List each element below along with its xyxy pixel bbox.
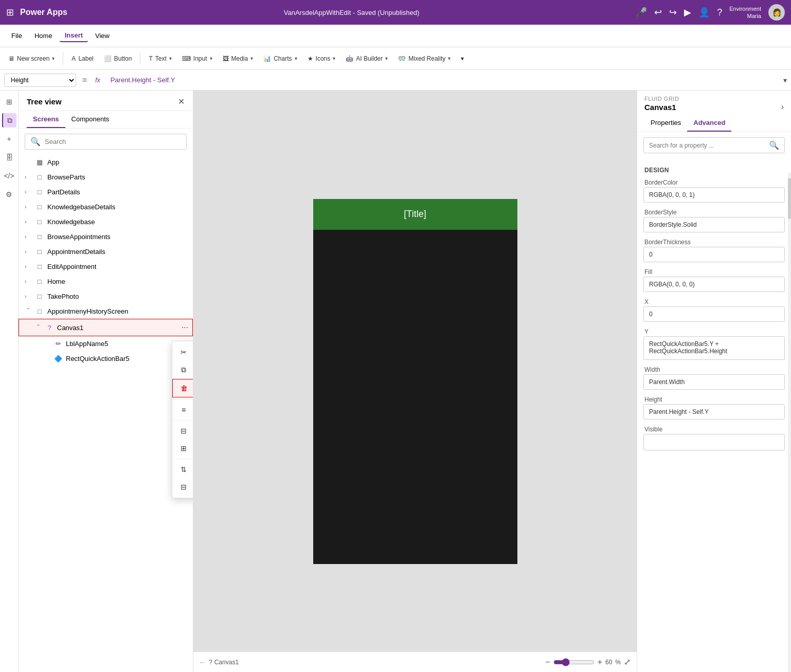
user-avatar[interactable]: 👩: [768, 4, 785, 21]
tree-item-history-screen[interactable]: › □ AppointmenyHistoryScreen: [19, 304, 193, 319]
toolbar-input[interactable]: ⌨ Input ▾: [178, 53, 217, 64]
tree-item-lbl-app-name[interactable]: ✏ LblAppName5: [19, 336, 193, 351]
context-menu-delete[interactable]: 🗑 Delete: [172, 379, 193, 397]
tree-item-kb[interactable]: › □ Knowledgebase: [19, 214, 193, 229]
tree-search-box[interactable]: 🔍: [25, 134, 187, 150]
menu-file[interactable]: File: [6, 30, 27, 42]
tree-search-input[interactable]: [45, 138, 181, 146]
formula-input[interactable]: [106, 74, 779, 86]
text-chevron: ▾: [169, 56, 172, 61]
toolbar-mixed-reality[interactable]: 🥽 Mixed Reality ▾: [394, 53, 455, 64]
menu-insert[interactable]: Insert: [60, 29, 88, 42]
browse-appointments-label: BrowseAppointments: [47, 233, 189, 241]
redo-icon[interactable]: ↪: [669, 7, 677, 18]
tab-screens[interactable]: Screens: [27, 111, 65, 128]
zoom-minus-button[interactable]: −: [545, 658, 550, 667]
history-icon: □: [35, 307, 44, 315]
context-menu-copy[interactable]: ⧉ Copy: [172, 361, 193, 379]
left-icon-settings[interactable]: ⚙: [2, 187, 16, 202]
new-screen-label: New screen: [17, 55, 49, 62]
tab-components[interactable]: Components: [65, 111, 116, 128]
formula-expand-icon[interactable]: ▾: [783, 76, 787, 84]
menu-home[interactable]: Home: [29, 30, 58, 42]
fill-value[interactable]: RGBA(0, 0, 0, 0): [643, 277, 785, 292]
left-icon-code[interactable]: </>: [2, 169, 16, 183]
tree-item-canvas1[interactable]: › ? Canvas1 ···: [19, 319, 193, 336]
toolbar-label[interactable]: A Label: [67, 53, 97, 64]
browse-appointments-icon: □: [35, 233, 44, 241]
tree-item-appt-details[interactable]: › □ AppointmentDetails: [19, 244, 193, 259]
toolbar-icons[interactable]: ★ Icons ▾: [303, 53, 340, 64]
left-icon-grid[interactable]: ⊞: [2, 95, 16, 109]
tree-item-kb-details[interactable]: › □ KnowledgebaseDetails: [19, 199, 193, 214]
browse-parts-chevron: ›: [25, 174, 32, 180]
border-color-value[interactable]: RGBA(0, 0, 0, 1): [643, 187, 785, 203]
appt-details-icon: □: [35, 248, 44, 256]
toolbar-media[interactable]: 🖼 Media ▾: [219, 53, 258, 64]
context-menu-cut[interactable]: ✂ Cut: [172, 343, 193, 361]
left-icon-layers[interactable]: ⧉: [2, 113, 16, 128]
toolbar-button[interactable]: ⬜ Button: [100, 53, 136, 64]
canvas1-dots-button[interactable]: ···: [182, 323, 188, 332]
right-scrollbar-thumb[interactable]: [788, 178, 791, 219]
right-search-input[interactable]: [649, 142, 765, 149]
canvas-help-icon: ?: [209, 659, 212, 666]
title-bar: ⊞ Power Apps VanArsdelAppWithEdit - Save…: [0, 0, 791, 25]
user-icon[interactable]: 👤: [698, 7, 710, 18]
tree-item-part-details[interactable]: › □ PartDetails: [19, 185, 193, 199]
tree-item-edit-appointment[interactable]: › □ EditAppointment: [19, 259, 193, 274]
fullscreen-button[interactable]: ⤢: [624, 657, 631, 667]
border-thickness-value[interactable]: 0: [643, 247, 785, 262]
left-icon-database[interactable]: 🗄: [2, 150, 16, 165]
take-photo-icon: □: [35, 293, 44, 300]
tree-close-button[interactable]: ✕: [178, 97, 185, 106]
tree-item-browse-appointments[interactable]: › □ BrowseAppointments: [19, 229, 193, 244]
zoom-plus-button[interactable]: +: [598, 658, 602, 667]
right-search-box[interactable]: 🔍: [643, 137, 785, 153]
context-menu-collapse-all[interactable]: ⊟ Collapse all: [172, 422, 193, 440]
tree-item-browse-parts[interactable]: › □ BrowseParts: [19, 170, 193, 185]
width-label: Width: [637, 364, 791, 374]
context-menu-reorder[interactable]: ⇅ Reorder ›: [172, 461, 193, 478]
tree-item-home[interactable]: › □ Home: [19, 274, 193, 289]
toolbar-more[interactable]: ▾: [457, 53, 468, 64]
context-menu-expand-all[interactable]: ⊞ Expand all: [172, 440, 193, 457]
tab-advanced[interactable]: Advanced: [687, 115, 731, 132]
toolbar-new-screen[interactable]: 🖥 New screen ▾: [4, 53, 59, 64]
icons-chevron: ▾: [333, 56, 335, 61]
context-menu-align[interactable]: ⊟ Align ›: [172, 478, 193, 496]
button-label: Button: [114, 55, 132, 62]
right-panel-expand-icon[interactable]: ›: [781, 102, 784, 112]
charts-icon: 📊: [263, 55, 271, 62]
right-scrollbar[interactable]: [788, 173, 791, 672]
toolbar-text[interactable]: T Text ▾: [145, 53, 175, 64]
property-selector[interactable]: Height: [4, 74, 76, 87]
tree-panel: Tree view ✕ Screens Components 🔍 ▦ App ›…: [19, 90, 193, 672]
undo-icon[interactable]: ↩: [654, 7, 662, 18]
border-style-value[interactable]: BorderStyle.Solid: [643, 217, 785, 232]
canvas-dots-button[interactable]: ···: [200, 659, 205, 666]
microphone-icon[interactable]: 🎤: [636, 7, 647, 18]
left-icon-plus[interactable]: +: [2, 132, 16, 146]
toolbar-ai-builder[interactable]: 🤖 AI Builder ▾: [341, 53, 392, 64]
context-menu-rename[interactable]: ≡ Rename: [172, 401, 193, 419]
x-value[interactable]: 0: [643, 306, 785, 322]
zoom-slider[interactable]: [553, 658, 595, 666]
play-icon[interactable]: ▶: [684, 7, 691, 18]
help-icon[interactable]: ?: [717, 7, 722, 18]
canvas-help-badge[interactable]: ? Canvas1: [209, 659, 239, 666]
height-value[interactable]: Parent.Height - Self.Y: [643, 404, 785, 420]
tree-item-app[interactable]: ▦ App: [19, 155, 193, 170]
toolbar-charts[interactable]: 📊 Charts ▾: [259, 53, 301, 64]
align-icon: ⊟: [179, 483, 188, 491]
menu-view[interactable]: View: [90, 30, 115, 42]
y-value[interactable]: RectQuickActionBar5.Y + RectQuickActionB…: [643, 336, 785, 360]
width-value[interactable]: Parent.Width: [643, 374, 785, 390]
visible-value[interactable]: [643, 434, 785, 450]
tab-properties[interactable]: Properties: [644, 115, 687, 132]
tree-item-rect-quick[interactable]: 🔷 RectQuickActionBar5: [19, 351, 193, 366]
right-body: DESIGN BorderColor RGBA(0, 0, 0, 1) Bord…: [637, 158, 791, 672]
tree-item-take-photo[interactable]: › □ TakePhoto: [19, 289, 193, 304]
right-panel-header: FLUID GRID Canvas1 ›: [637, 90, 791, 115]
app-grid-icon[interactable]: ⊞: [6, 7, 14, 18]
